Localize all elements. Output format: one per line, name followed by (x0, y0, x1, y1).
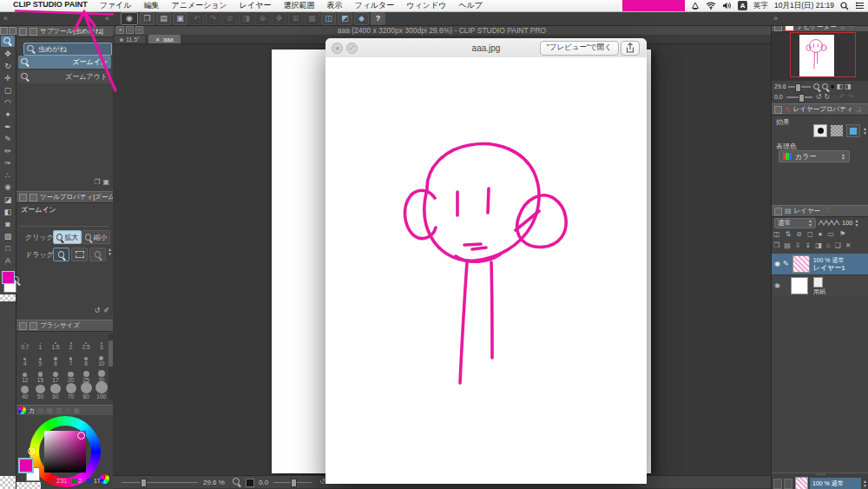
tab-icon[interactable]: ◪ (856, 105, 863, 114)
share-button[interactable] (621, 41, 640, 56)
input-source-icon[interactable]: A (738, 1, 747, 10)
brush-size-8[interactable]: 8 (78, 350, 94, 367)
rotate-left-dim-icon[interactable]: ↶ (839, 93, 845, 102)
tool-fill[interactable]: ◙ (1, 218, 15, 229)
brush-size-2[interactable]: 2 (63, 334, 79, 350)
area-zoom-button[interactable] (71, 248, 88, 261)
brush-size-17[interactable]: 17 (48, 367, 63, 383)
help-icon[interactable]: ? (371, 12, 385, 25)
quicklook-preview-window[interactable]: ✕ ⤢ aaa.jpg "プレビュー"で開く (326, 38, 647, 484)
rotation-slider[interactable] (273, 478, 312, 486)
undo-icon[interactable]: ↶ (189, 12, 204, 25)
brush-size-1.5[interactable]: 1.5 (48, 334, 63, 350)
expand-selection-icon[interactable]: ⊕ (255, 12, 270, 25)
layer-row-layer1[interactable]: ◉ ✎ 100 % 通常 レイヤー1 (772, 254, 868, 274)
smooth-zoom-button[interactable] (89, 248, 106, 261)
tool-property-header[interactable]: ツールプロパティ[ズームイン] (16, 191, 113, 203)
canvas-info-chip[interactable]: 11.5° (115, 36, 145, 43)
fold-icon[interactable]: ⌂ (826, 241, 831, 250)
brush-size-6[interactable]: 6 (48, 350, 63, 367)
menu-bar-clock[interactable]: 10月1日(日) 21:19 (774, 1, 834, 11)
brush-size-60[interactable]: 60 (48, 383, 63, 400)
brush-size-15[interactable]: 15 (33, 367, 49, 383)
brush-size-80[interactable]: 80 (78, 383, 94, 400)
spotlight-search-icon[interactable] (840, 2, 849, 10)
drag-stepper[interactable]: ▲▼ (108, 248, 112, 261)
transparent-color-swatch[interactable] (16, 482, 41, 489)
tool-decoration[interactable]: ❋ (1, 182, 15, 193)
tool-eyedropper[interactable]: ✒ (1, 121, 15, 132)
expression-stepper[interactable]: ▲▼ (841, 153, 845, 161)
navigator-zoom-slider[interactable] (788, 83, 811, 91)
tool-pencil[interactable]: ✏ (1, 145, 15, 156)
brush-size-header[interactable]: ブラシサイズ (16, 320, 113, 332)
expand-right-icon[interactable]: » (773, 14, 778, 23)
add-subtool-icon[interactable]: ❐ (94, 178, 100, 187)
menu-item-2[interactable]: 編集 (138, 0, 166, 11)
layer-panel-header[interactable]: ▤ レイヤー ❐ (772, 205, 868, 217)
subtool-group-magnifier[interactable]: 虫めがね (23, 43, 112, 56)
brush-size-100[interactable]: 100 (94, 383, 109, 400)
tool-magnifier[interactable] (1, 36, 15, 47)
brush-size-5[interactable]: 5 (33, 350, 49, 367)
doc-minimize-icon[interactable]: − (126, 26, 134, 34)
reset-rotation-icon[interactable]: ○ (832, 93, 837, 102)
panel-dock-icon[interactable] (30, 28, 37, 36)
drag-handle-icon[interactable]: • • • • (772, 473, 868, 476)
menu-item-1[interactable]: ファイル (94, 0, 138, 11)
brush-size-1[interactable]: 1 (33, 334, 49, 350)
snap-off-icon[interactable]: ◫ (321, 12, 336, 25)
tool-gradient[interactable]: ▨ (1, 230, 15, 241)
navigator-rotation-slider[interactable] (786, 93, 812, 102)
footer-button-icon[interactable] (784, 479, 792, 489)
snap-ruler-icon[interactable]: ◩ (338, 12, 352, 25)
panel-dock-icon[interactable] (30, 322, 37, 330)
zoom-out-icon[interactable] (813, 83, 820, 90)
open-with-preview-button[interactable]: "プレビュー"で開く (540, 41, 619, 56)
transfer-icon[interactable]: ⇩ (795, 241, 801, 250)
color-slider-tab-icon[interactable]: ▤ (37, 406, 44, 415)
collapse-panel-icon[interactable]: « (105, 14, 109, 23)
zoom-in-mode-button[interactable]: 拡大 (53, 230, 82, 244)
subtool-panel-header[interactable]: サブツール[虫めがね] (16, 25, 113, 37)
color-mode-icon[interactable] (100, 474, 109, 484)
tool-hand[interactable]: ✥ (1, 48, 15, 59)
panel-dock-icon[interactable] (19, 28, 27, 36)
brush-size-20[interactable]: 20 (63, 367, 79, 383)
menu-item-3[interactable]: アニメーション (166, 0, 233, 11)
hue-picker-handle[interactable] (28, 447, 36, 455)
menu-item-7[interactable]: フィルター (348, 0, 400, 11)
panel-dock-icon[interactable] (19, 322, 27, 330)
mask-icon[interactable]: ● (819, 230, 823, 239)
flip-vertical-icon[interactable]: ◨ (845, 83, 852, 91)
doc-close-icon[interactable]: ✕ (116, 26, 124, 34)
display-icon[interactable] (691, 2, 700, 10)
volume-icon[interactable] (722, 2, 732, 10)
panel-dock-icon[interactable] (19, 194, 27, 202)
set-icon[interactable]: ⚑ (839, 230, 845, 239)
pin-icon[interactable]: ⇅ (786, 230, 792, 239)
new-folder-icon[interactable]: ▤ (784, 241, 791, 250)
sv-picker-handle[interactable] (77, 432, 85, 439)
tool-eraser[interactable]: ◪ (1, 194, 15, 205)
brush-size-3[interactable]: 3 (94, 334, 109, 350)
layer-search-tab-icon[interactable]: ❐ (823, 207, 829, 215)
menu-item-4[interactable]: レイヤー (233, 0, 278, 11)
menu-item-8[interactable]: ウィンドウ (400, 0, 452, 11)
tool-auto-select[interactable]: ✦ (1, 109, 15, 120)
transparent-color-swatch[interactable] (0, 294, 16, 301)
effect-stepper[interactable]: ▲▼ (863, 127, 867, 135)
lock-icon[interactable]: ⊘ (796, 230, 802, 239)
wifi-icon[interactable] (706, 2, 716, 10)
panel-dock-icon[interactable] (30, 194, 37, 202)
transform-icon[interactable]: ✥ (272, 12, 286, 25)
tool-brush[interactable]: ✑ (1, 157, 15, 169)
layer-row-paper[interactable]: ◉ 用紙 (772, 274, 868, 296)
tool-blend[interactable]: ◧ (1, 206, 15, 217)
zoom-in-icon[interactable] (822, 83, 829, 90)
color-wheel-tab-icon[interactable] (18, 406, 26, 414)
redo-icon[interactable]: ↷ (206, 12, 220, 25)
reset-settings-icon[interactable]: ↺ (95, 307, 101, 315)
color-set-tab-icon[interactable]: ▦ (47, 406, 54, 415)
panel-dock-icon[interactable] (774, 106, 782, 114)
